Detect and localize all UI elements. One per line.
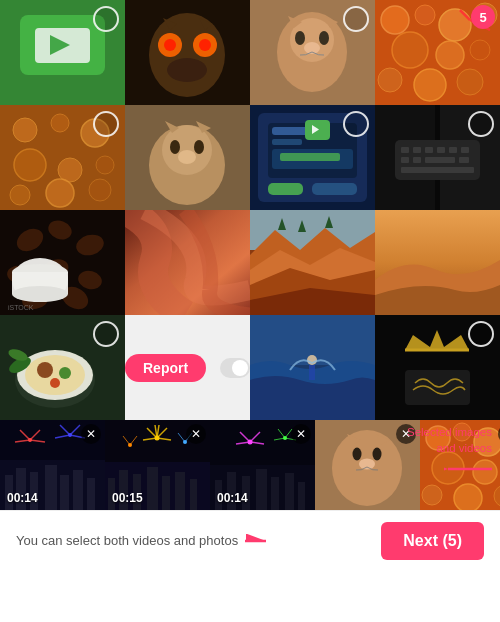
report-button[interactable]: Report bbox=[125, 354, 206, 382]
strip-thumb-0[interactable]: ✕ 00:14 bbox=[0, 420, 105, 510]
svg-point-6 bbox=[149, 13, 225, 97]
svg-rect-136 bbox=[147, 467, 158, 510]
svg-point-25 bbox=[470, 40, 490, 60]
svg-point-35 bbox=[96, 156, 114, 174]
hint-text: You can select both videos and photos bbox=[16, 533, 238, 548]
select-circle-7[interactable] bbox=[468, 111, 494, 137]
annotation-container: Selected images and videos bbox=[390, 425, 500, 478]
svg-point-83 bbox=[12, 286, 68, 302]
svg-point-21 bbox=[439, 9, 471, 41]
grid-cell-3[interactable]: 5 bbox=[375, 0, 500, 105]
next-button[interactable]: Next (5) bbox=[381, 522, 484, 560]
svg-point-100 bbox=[37, 362, 53, 378]
strip-duration-1: 00:15 bbox=[112, 491, 143, 505]
svg-rect-118 bbox=[60, 475, 69, 510]
svg-point-186 bbox=[422, 485, 442, 505]
svg-point-175 bbox=[353, 448, 362, 461]
svg-rect-161 bbox=[298, 482, 305, 510]
grid-cell-9[interactable] bbox=[125, 210, 250, 315]
svg-rect-158 bbox=[256, 469, 267, 510]
svg-rect-70 bbox=[401, 167, 474, 173]
svg-point-15 bbox=[295, 31, 305, 45]
svg-rect-159 bbox=[271, 477, 279, 510]
svg-point-11 bbox=[167, 58, 207, 82]
svg-point-187 bbox=[454, 484, 482, 510]
svg-rect-53 bbox=[312, 183, 357, 195]
svg-point-37 bbox=[46, 179, 74, 207]
grid-cell-2[interactable] bbox=[250, 0, 375, 105]
annotation-text: Selected images and videos bbox=[390, 425, 500, 456]
grid-cell-11[interactable] bbox=[375, 210, 500, 315]
svg-point-31 bbox=[51, 114, 69, 132]
svg-rect-49 bbox=[272, 139, 302, 145]
svg-rect-61 bbox=[413, 147, 421, 153]
strip-close-2[interactable]: ✕ bbox=[291, 424, 311, 444]
selected-badge-3: 5 bbox=[471, 5, 495, 29]
strip-close-0[interactable]: ✕ bbox=[81, 424, 101, 444]
svg-point-16 bbox=[319, 31, 329, 45]
bottom-hint: You can select both videos and photos bbox=[16, 533, 272, 549]
report-slider[interactable] bbox=[220, 358, 250, 378]
grid-cell-12[interactable] bbox=[0, 315, 125, 420]
right-arrow-icon bbox=[244, 533, 272, 549]
grid-cell-4[interactable] bbox=[0, 105, 125, 210]
svg-point-101 bbox=[59, 367, 71, 379]
svg-point-99 bbox=[25, 355, 85, 395]
svg-text:iSTOCK: iSTOCK bbox=[8, 304, 34, 311]
strip-thumb-1[interactable]: ✕ 00:15 bbox=[105, 420, 210, 510]
svg-rect-117 bbox=[45, 465, 57, 510]
svg-rect-66 bbox=[401, 157, 409, 163]
svg-rect-138 bbox=[175, 472, 185, 510]
grid-cell-1[interactable] bbox=[125, 0, 250, 105]
svg-point-36 bbox=[10, 185, 30, 205]
annotation-arrow bbox=[390, 460, 500, 478]
svg-rect-62 bbox=[425, 147, 433, 153]
svg-rect-69 bbox=[459, 157, 469, 163]
left-arrow-icon bbox=[444, 460, 494, 478]
svg-point-177 bbox=[359, 459, 375, 470]
svg-point-43 bbox=[194, 140, 204, 154]
svg-rect-51 bbox=[280, 153, 340, 161]
bottom-bar: You can select both videos and photos Ne… bbox=[0, 510, 500, 570]
grid-cell-0[interactable] bbox=[0, 0, 125, 105]
svg-rect-65 bbox=[461, 147, 469, 153]
svg-rect-119 bbox=[73, 470, 83, 510]
grid-cell-7[interactable] bbox=[375, 105, 500, 210]
svg-rect-160 bbox=[285, 473, 294, 510]
svg-point-27 bbox=[414, 69, 446, 101]
svg-point-20 bbox=[415, 5, 435, 25]
svg-point-26 bbox=[378, 68, 402, 92]
svg-point-23 bbox=[392, 32, 428, 68]
select-circle-2[interactable] bbox=[343, 6, 369, 32]
grid-cell-5[interactable] bbox=[125, 105, 250, 210]
strip-duration-0: 00:14 bbox=[7, 491, 38, 505]
svg-rect-137 bbox=[162, 476, 170, 510]
svg-point-10 bbox=[199, 39, 211, 51]
svg-point-24 bbox=[436, 41, 464, 69]
grid-cell-6[interactable] bbox=[250, 105, 375, 210]
svg-rect-68 bbox=[425, 157, 455, 163]
svg-point-44 bbox=[178, 150, 196, 164]
strip-thumb-2[interactable]: ✕ 00:14 bbox=[210, 420, 315, 510]
select-circle-12[interactable] bbox=[93, 321, 119, 347]
grid-cell-10[interactable] bbox=[250, 210, 375, 315]
svg-rect-52 bbox=[268, 183, 303, 195]
svg-point-102 bbox=[50, 378, 60, 388]
grid-cell-13[interactable]: Report bbox=[125, 315, 250, 420]
grid-cell-15[interactable] bbox=[375, 315, 500, 420]
svg-rect-67 bbox=[413, 157, 421, 163]
select-circle-4[interactable] bbox=[93, 111, 119, 137]
grid-cell-14[interactable] bbox=[250, 315, 375, 420]
strip-duration-2: 00:14 bbox=[217, 491, 248, 505]
image-grid: 5 bbox=[0, 0, 500, 420]
select-circle-6[interactable] bbox=[343, 111, 369, 137]
select-circle-15[interactable] bbox=[468, 321, 494, 347]
svg-rect-63 bbox=[437, 147, 445, 153]
svg-rect-108 bbox=[309, 365, 315, 380]
svg-rect-64 bbox=[449, 147, 457, 153]
svg-point-42 bbox=[170, 140, 180, 154]
grid-cell-8[interactable]: iSTOCK bbox=[0, 210, 125, 315]
select-circle-0[interactable] bbox=[93, 6, 119, 32]
strip-close-1[interactable]: ✕ bbox=[186, 424, 206, 444]
svg-rect-120 bbox=[87, 478, 95, 510]
